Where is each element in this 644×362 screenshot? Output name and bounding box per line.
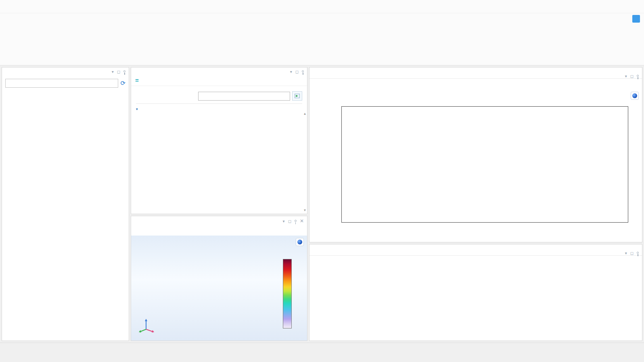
comments-button[interactable] — [292, 91, 302, 101]
comsol-logo-icon — [297, 240, 302, 244]
tree-filter-input[interactable] — [5, 79, 118, 88]
comsol-logo-button[interactable] — [631, 92, 639, 100]
chart-plot-box — [341, 106, 628, 223]
console-toolbar — [309, 256, 642, 267]
model-tree — [2, 89, 129, 341]
refresh-filter-icon[interactable]: ⟳ — [120, 80, 125, 87]
status-bar — [0, 343, 644, 360]
main-area: ▾ ◻ ⟳ ▾ ◻ = — [0, 65, 644, 343]
close-button[interactable] — [625, 0, 644, 13]
minimize-button[interactable] — [588, 0, 607, 13]
settings-form: ▾ ▲▼ — [131, 86, 307, 214]
ribbon — [0, 25, 644, 65]
compute-icon: = — [135, 77, 139, 83]
float-panel-icon[interactable]: ◻ — [117, 69, 120, 74]
stress-panel: ▾ ◻ ✕ — [131, 216, 307, 341]
model-builder-toolbar — [2, 74, 129, 78]
settings-scrollbar[interactable]: ▲▼ — [303, 110, 307, 214]
panel-menu-icon[interactable]: ▾ — [625, 251, 627, 255]
model-builder-panel: ▾ ◻ ⟳ — [2, 67, 129, 341]
graphics-toolbar — [309, 79, 642, 90]
help-button[interactable] — [632, 15, 640, 23]
compute-button[interactable]: = — [131, 76, 307, 86]
panel-menu-icon[interactable]: ▾ — [290, 69, 292, 74]
panel-menu-icon[interactable]: ▾ — [625, 74, 627, 78]
comments-icon — [295, 94, 300, 98]
console-panel: ▾ ◻ — [309, 244, 642, 341]
title-bar — [0, 0, 644, 13]
float-panel-icon[interactable]: ◻ — [630, 74, 634, 78]
float-panel-icon[interactable]: ◻ — [288, 219, 291, 223]
float-panel-icon[interactable]: ◻ — [630, 251, 634, 255]
window-controls — [588, 0, 644, 13]
pin-icon[interactable] — [295, 220, 297, 222]
pin-icon[interactable] — [123, 70, 125, 72]
bracket-3d-model — [141, 248, 282, 341]
stress-colorbar — [283, 259, 292, 328]
settings-panel: ▾ ◻ = ▾ ▲▼ — [131, 67, 307, 214]
graphics-tabs: ▾ ◻ — [309, 67, 642, 79]
comsol-logo-button[interactable] — [296, 238, 304, 246]
section-collapse-icon[interactable]: ▾ — [136, 107, 138, 111]
menu-bar — [0, 13, 644, 25]
label-input[interactable] — [198, 92, 290, 101]
comsol-logo-icon — [632, 93, 637, 98]
panel-menu-icon[interactable]: ▾ — [283, 219, 285, 223]
sobol-chart-area[interactable] — [309, 90, 642, 242]
maximize-button[interactable] — [607, 0, 625, 13]
pin-icon[interactable] — [302, 70, 304, 72]
axis-triad — [137, 317, 155, 336]
stress-3d-view[interactable] — [131, 236, 307, 341]
graphics-panel: ▾ ◻ — [309, 67, 642, 242]
pin-icon[interactable] — [637, 252, 639, 254]
close-panel-icon[interactable]: ✕ — [300, 218, 304, 224]
console-tabs: ▾ ◻ — [309, 244, 642, 256]
panel-menu-icon[interactable]: ▾ — [112, 69, 114, 74]
pin-icon[interactable] — [637, 75, 639, 77]
stress-toolbar — [131, 224, 307, 236]
float-panel-icon[interactable]: ◻ — [295, 69, 299, 74]
